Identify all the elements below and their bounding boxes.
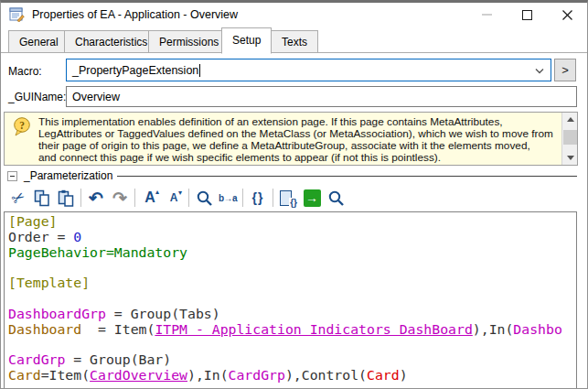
toolbar-separator bbox=[273, 189, 273, 207]
info-line: their page of origin to this page, we de… bbox=[38, 140, 561, 152]
redo-icon: ↷ bbox=[112, 189, 127, 207]
code-line: [Page] bbox=[8, 214, 576, 230]
macro-label: Macro: bbox=[8, 65, 42, 78]
window-title: Properties of EA - Application - Overvie… bbox=[32, 8, 238, 21]
paste-button[interactable] bbox=[54, 187, 78, 209]
text-caret bbox=[199, 64, 200, 77]
toolbar-separator bbox=[242, 189, 243, 207]
font-decrease-icon: A bbox=[170, 191, 178, 204]
font-increase-icon: A bbox=[144, 189, 155, 206]
toolbar-separator bbox=[80, 189, 81, 207]
minimize-icon bbox=[482, 14, 492, 16]
scroll-down-button[interactable] bbox=[562, 151, 578, 165]
minus-icon bbox=[10, 176, 15, 177]
tab-permissions[interactable]: Permissions bbox=[148, 30, 230, 53]
paste-braces-icon: {} bbox=[280, 189, 296, 207]
guiname-input[interactable]: Overview bbox=[66, 86, 577, 107]
title-bar: Properties of EA - Application - Overvie… bbox=[1, 3, 587, 27]
code-line: Card=Item(CardOverview),In(CardGrp),Cont… bbox=[8, 368, 576, 384]
svg-text:?: ? bbox=[19, 120, 25, 131]
redo-button[interactable]: ↷ bbox=[108, 187, 132, 209]
close-button[interactable] bbox=[547, 3, 587, 27]
tab-setup[interactable]: Setup bbox=[221, 27, 272, 54]
undo-icon: ↶ bbox=[89, 189, 103, 207]
info-line: LegAttributes or TaggedValues defined on… bbox=[38, 128, 561, 140]
info-line: and connect this page if we wish specifi… bbox=[38, 152, 561, 164]
copy-icon bbox=[34, 189, 50, 207]
macro-expand-button[interactable]: > bbox=[554, 59, 576, 81]
chevron-down-icon[interactable] bbox=[535, 68, 544, 74]
zoom-button[interactable] bbox=[192, 187, 216, 209]
paste-icon bbox=[58, 189, 74, 207]
search-icon bbox=[327, 189, 345, 207]
minimize-button[interactable] bbox=[466, 3, 507, 27]
info-text: This implementation enables definition o… bbox=[38, 116, 561, 164]
tab-strip: General Characteristics Permissions Setu… bbox=[1, 27, 587, 53]
code-line bbox=[8, 337, 576, 352]
undo-button[interactable]: ↶ bbox=[84, 187, 108, 209]
guiname-label: _GUIName: bbox=[8, 91, 66, 103]
scroll-up-button[interactable] bbox=[562, 113, 578, 126]
guiname-value: Overview bbox=[72, 91, 120, 103]
properties-dialog: Properties of EA - Application - Overvie… bbox=[0, 0, 588, 389]
arrow-down-icon bbox=[567, 156, 574, 160]
scroll-thumb[interactable] bbox=[563, 130, 577, 145]
properties-icon bbox=[9, 7, 25, 22]
close-icon bbox=[561, 9, 573, 21]
toolbar-separator bbox=[134, 189, 135, 207]
help-balloon-icon: ? bbox=[13, 117, 31, 137]
code-line bbox=[8, 291, 576, 307]
paste-braces-button[interactable]: {} bbox=[276, 187, 300, 209]
code-line: PageBehavior=Mandatory bbox=[8, 245, 576, 261]
code-line: CardGrp = Group(Bar) bbox=[8, 352, 576, 368]
parameterization-label: _Parameterization bbox=[24, 169, 112, 182]
code-line: Dashboard = Item(ITPM - Application Indi… bbox=[8, 322, 576, 338]
info-scrollbar[interactable] bbox=[561, 113, 577, 165]
tab-general[interactable]: General bbox=[8, 30, 69, 53]
font-decrease-button[interactable]: A ▾ bbox=[162, 187, 186, 209]
code-line: Order = 0 bbox=[8, 230, 576, 245]
replace-icon: b→a bbox=[219, 193, 237, 203]
go-button[interactable]: → bbox=[300, 187, 324, 209]
cut-button[interactable]: ✂ bbox=[6, 187, 30, 209]
macro-value: _PropertyPageExtension bbox=[72, 64, 198, 77]
braces-icon: {} bbox=[252, 190, 264, 205]
tab-texts[interactable]: Texts bbox=[271, 30, 318, 53]
code-editor[interactable]: [Page]Order = 0PageBehavior=Mandatory [T… bbox=[4, 211, 577, 389]
parameterization-collapse-toggle[interactable] bbox=[7, 171, 17, 181]
code-line bbox=[8, 260, 576, 276]
info-line: This implementation enables definition o… bbox=[38, 116, 561, 128]
macro-combobox[interactable]: _PropertyPageExtension bbox=[66, 59, 551, 81]
code-line: [Template] bbox=[8, 276, 576, 291]
parameterization-rule bbox=[117, 176, 577, 177]
search-button[interactable] bbox=[324, 187, 347, 209]
copy-button[interactable] bbox=[30, 187, 54, 209]
info-box: ? This implementation enables definition… bbox=[4, 112, 578, 166]
editor-toolbar: ✂ ↶ ↷ A ▴ A ▾ bbox=[6, 185, 347, 211]
arrow-up-icon bbox=[567, 117, 574, 122]
cut-icon: ✂ bbox=[8, 186, 29, 209]
maximize-button[interactable] bbox=[507, 3, 547, 27]
braces-button[interactable]: {} bbox=[246, 187, 270, 209]
maximize-icon bbox=[522, 10, 532, 20]
toolbar-separator bbox=[188, 189, 189, 207]
replace-button[interactable]: b→a bbox=[216, 187, 240, 209]
magnifier-icon bbox=[196, 189, 213, 207]
code-line: DashboardGrp = Group(Tabs) bbox=[8, 307, 576, 322]
font-increase-button[interactable]: A ▴ bbox=[138, 187, 162, 209]
go-arrow-icon: → bbox=[304, 189, 321, 207]
tab-characteristics[interactable]: Characteristics bbox=[64, 30, 158, 53]
